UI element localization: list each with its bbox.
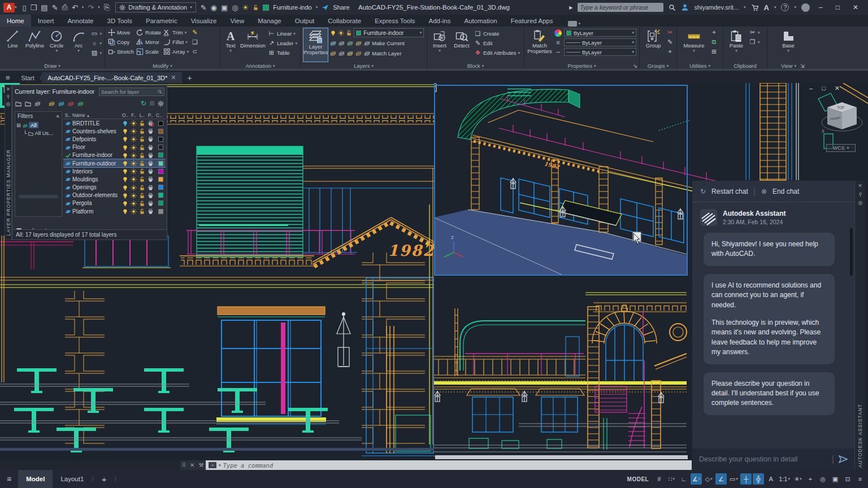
model-tab[interactable]: Model (18, 470, 53, 488)
search-icon[interactable] (669, 4, 676, 11)
command-input[interactable] (223, 462, 689, 469)
osnap-3d-icon[interactable]: ╬ (753, 473, 764, 485)
polar-tracking-icon[interactable]: ∡▾ (691, 473, 702, 485)
view-panel-label[interactable]: View▾⇲ (767, 63, 818, 69)
base-button[interactable]: Base▾ (777, 28, 800, 62)
fillet-button[interactable]: Fillet▾ (163, 38, 189, 46)
end-chat-icon[interactable]: ⊗ (761, 188, 767, 195)
close-button[interactable]: ✕ (849, 3, 862, 11)
filter-tree-all[interactable]: ⊟ All (16, 122, 60, 128)
tab-add-ins[interactable]: Add-ins (422, 15, 458, 27)
layer-search-input[interactable] (101, 89, 158, 95)
doc-restore-icon[interactable]: □ (822, 85, 826, 92)
layer-row[interactable]: Mouldings (63, 175, 166, 183)
logo-dropdown-icon[interactable]: ▾ (15, 5, 17, 10)
autodesk-a-icon[interactable]: A (764, 3, 769, 12)
keyword-search-input[interactable] (580, 4, 661, 11)
layer-unlock-all-icon[interactable] (355, 50, 362, 56)
restart-chat-icon[interactable]: ↻ (700, 188, 706, 195)
draw-panel-label[interactable]: Draw▾ (0, 63, 105, 69)
layer-thaw-icon[interactable] (338, 30, 344, 36)
assistant-pin-icon[interactable] (858, 192, 863, 197)
user-avatar-icon[interactable] (681, 3, 689, 11)
chat-scrollbar[interactable] (850, 228, 853, 276)
assistant-close-icon[interactable]: ✕ (858, 183, 862, 189)
tab-output[interactable]: Output (288, 15, 322, 27)
match-layer-button[interactable]: Match Layer (364, 49, 401, 58)
monitor-icon[interactable]: ▣ (221, 3, 228, 12)
groups-panel-label[interactable]: Groups▾ (640, 63, 676, 69)
block-panel-label[interactable]: Block▾ (427, 63, 524, 69)
table-button[interactable]: ⊞Table (268, 49, 297, 57)
quick-select-button[interactable]: ⧉ (710, 38, 718, 46)
layer-dropdown[interactable]: Furniture-indoor▾ (354, 28, 424, 37)
layer-isolate-icon[interactable] (338, 40, 345, 46)
tab-annotate[interactable]: Annotate (60, 15, 100, 27)
leader-button[interactable]: ↗Leader▾ (268, 39, 297, 47)
viewcube-top-label[interactable]: TOP (837, 106, 844, 110)
layer-unlock-icon[interactable] (346, 30, 352, 36)
new-layer-icon[interactable] (49, 101, 55, 107)
end-chat-button[interactable]: End chat (772, 188, 799, 195)
doc-close-icon[interactable]: ✕ (835, 85, 840, 92)
copy-button[interactable]: Copy (108, 38, 134, 46)
ortho-icon[interactable]: ∟ (678, 473, 689, 485)
create-block-button[interactable]: ❑Create (474, 29, 520, 38)
selection-cycling-icon[interactable]: ▭▾ (728, 473, 739, 485)
viewcube[interactable]: TOP FRONT S WCS▾ (818, 98, 866, 159)
tab-parametric[interactable]: Parametric (139, 15, 184, 27)
filters-scrollbar[interactable] (19, 195, 58, 198)
keyword-search[interactable] (578, 3, 663, 12)
viewport-scrollbar[interactable] (435, 455, 688, 459)
osnap-icon[interactable]: ┼ (740, 473, 752, 485)
unlock-icon[interactable] (253, 5, 259, 11)
group-edit-button[interactable]: ✎ (666, 38, 674, 46)
measure-button[interactable]: Measure▾ (680, 28, 708, 62)
new-drawing-tab-button[interactable]: + (182, 72, 198, 83)
layer-off-icon[interactable] (330, 40, 336, 46)
lineweight-dropdown[interactable]: ———ByLayer▾ (564, 38, 636, 46)
new-file-icon[interactable]: ▯ (23, 3, 27, 12)
elevation-viewport-drawing[interactable] (434, 276, 694, 460)
cmd-recent-icon[interactable]: ▾ (219, 463, 221, 468)
layout-menu-icon[interactable]: ≡ (0, 474, 18, 483)
text-button[interactable]: Text▾ (223, 28, 238, 62)
layer-row[interactable]: Counters-shelves (63, 127, 166, 135)
delete-layer-icon[interactable] (68, 101, 74, 107)
status-menu-icon[interactable]: ≡ (854, 473, 866, 485)
cut-button[interactable]: ✂▾ (749, 28, 760, 37)
dynamic-input-icon[interactable]: ∠ (715, 473, 727, 485)
line-button[interactable]: Line (3, 28, 23, 62)
layer-on-all-icon[interactable] (330, 50, 336, 56)
new-layer-vp-frozen-icon[interactable] (58, 101, 64, 107)
tab-manage[interactable]: Manage (251, 15, 288, 27)
layer-states-icon[interactable] (34, 101, 41, 107)
set-current-layer-icon[interactable] (77, 101, 84, 107)
column-name[interactable]: Name ▲ (72, 112, 121, 118)
layer-row[interactable]: Floor (63, 143, 166, 151)
sun-icon[interactable]: ☀ (242, 3, 249, 12)
annotation-scale-button[interactable]: 1:1▾ (778, 473, 791, 485)
rotate-button[interactable]: Rotate (136, 28, 161, 37)
model-space-button[interactable]: MODEL (624, 476, 653, 482)
cmd-prompt-icon[interactable]: > (209, 462, 216, 468)
settings-gear-icon[interactable] (158, 101, 164, 107)
layer-row[interactable]: Outdoor-elements (63, 191, 166, 199)
start-tab[interactable]: Start (16, 72, 40, 83)
layer-row[interactable]: Interiors (63, 167, 166, 175)
detect-button[interactable]: Detect (452, 28, 472, 62)
autocad-logo[interactable]: A (3, 3, 15, 12)
cmd-tools-icon[interactable]: ⚒ (198, 462, 203, 468)
restart-chat-button[interactable]: Restart chat (711, 188, 748, 195)
scale-button[interactable]: Scale (136, 47, 161, 56)
trim-button[interactable]: Trim▾ (163, 28, 189, 37)
group-button[interactable]: Group (643, 28, 664, 62)
open-file-icon[interactable]: ❒ (31, 3, 37, 12)
doc-search-icon[interactable]: ◎ (232, 3, 238, 12)
tab-featured-apps[interactable]: Featured Apps (504, 15, 560, 27)
undo-dropdown-icon[interactable]: ▾ (82, 5, 84, 10)
new-group-filter-icon[interactable] (25, 101, 31, 107)
layer-row[interactable]: Platform (63, 207, 166, 215)
dimension-button[interactable]: Dimension (240, 28, 266, 62)
layout1-tab[interactable]: Layout1 (53, 470, 92, 488)
